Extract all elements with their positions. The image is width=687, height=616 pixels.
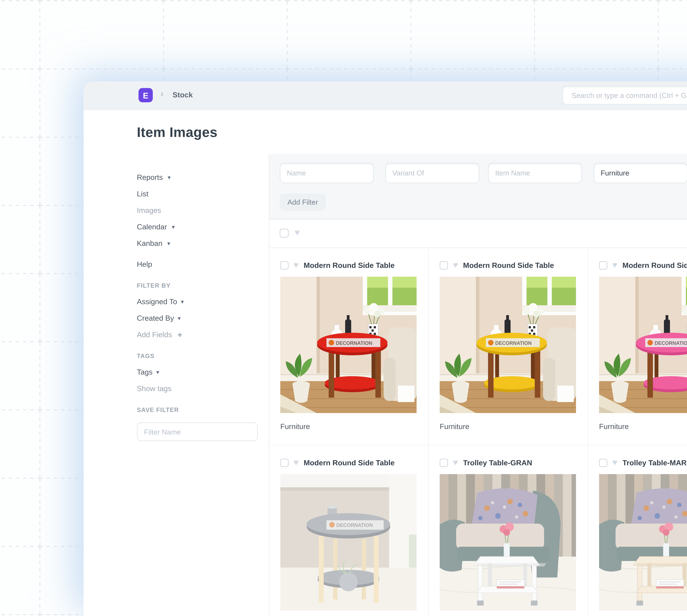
sidebar-add-fields[interactable]: Add Fields +	[137, 330, 269, 339]
select-all-row: ♥	[269, 219, 687, 248]
card-checkbox[interactable]	[280, 261, 289, 269]
image-gallery-grid: ♥ Modern Round Side Table DECORNATION Fu…	[269, 248, 687, 616]
card-header: ♥ Trolley Table-MARBB	[599, 445, 687, 469]
card-image[interactable]	[599, 474, 687, 611]
add-filter-button[interactable]: Add Filter	[280, 194, 326, 211]
card-checkbox[interactable]	[440, 458, 448, 467]
sidebar-item-kanban[interactable]: Kanban ▼	[137, 239, 269, 248]
chevron-down-icon: ▼	[166, 239, 171, 248]
card-title[interactable]: Modern Round Side Table	[304, 458, 417, 467]
filter-by-heading: FILTER BY	[137, 282, 269, 289]
card-title[interactable]: Modern Round Side Table	[463, 261, 576, 269]
sidebar-item-list[interactable]: List	[137, 189, 269, 199]
card-title[interactable]: Trolley Table-GRAN	[463, 458, 576, 467]
navbar: E › Stock A Settings ▼ Help ▼	[84, 81, 687, 110]
add-fields-label: Add Fields	[137, 330, 172, 339]
gallery-card: ♥ Trolley Table-GRAN	[429, 445, 588, 616]
card-title[interactable]: Modern Round Side Table	[622, 261, 687, 269]
breadcrumb-chevron-icon: ›	[160, 89, 164, 100]
gallery-card: ♥ Modern Round Side Table DECORNATION Fu…	[588, 248, 687, 445]
card-category-label: Furniture	[280, 422, 417, 431]
filter-item-group-field[interactable]	[594, 163, 687, 183]
global-search[interactable]	[562, 86, 687, 105]
sidebar-assigned-to[interactable]: Assigned To ▼	[137, 297, 269, 306]
search-input[interactable]	[571, 90, 687, 100]
gallery-card: ♥ Trolley Table-MARBB	[588, 445, 687, 616]
sidebar-created-by[interactable]: Created By ▼	[137, 313, 269, 323]
card-title[interactable]: Trolley Table-MARBB	[622, 458, 687, 467]
sidebar-item-reports[interactable]: Reports ▼	[137, 173, 269, 182]
like-heart-icon[interactable]: ♥	[294, 458, 299, 467]
sidebar-item-help[interactable]: Help	[137, 260, 269, 269]
card-header: ♥ Modern Round Side Table	[280, 445, 417, 469]
assigned-to-label: Assigned To	[137, 297, 177, 306]
card-checkbox[interactable]	[440, 261, 448, 269]
sidebar-item-label: Images	[137, 206, 161, 215]
chevron-down-icon: ▼	[180, 298, 185, 307]
app-window: E › Stock A Settings ▼ Help ▼ Item Im	[84, 81, 687, 616]
like-heart-icon[interactable]: ♥	[453, 458, 458, 467]
card-title[interactable]: Modern Round Side Table	[304, 261, 417, 269]
product-photo: DECORNATION	[440, 277, 576, 413]
product-photo: DECORNATION	[280, 277, 417, 413]
chevron-down-icon: ▼	[171, 223, 176, 232]
sidebar-item-calendar[interactable]: Calendar ▼	[137, 222, 269, 232]
sidebar-item-label: List	[137, 189, 148, 199]
svg-text:DECORNATION: DECORNATION	[495, 340, 532, 346]
card-image[interactable]: DECORNATION	[280, 277, 417, 413]
card-header: ♥ Modern Round Side Table	[280, 248, 417, 272]
sidebar-item-images[interactable]: Images	[137, 206, 269, 215]
filter-name-field[interactable]	[280, 163, 374, 183]
sidebar-tags[interactable]: Tags ▼	[137, 368, 269, 377]
chevron-down-icon: ▼	[167, 173, 171, 183]
save-filter-heading: SAVE FILTER	[137, 406, 269, 413]
svg-text:DECORNATION: DECORNATION	[336, 522, 373, 528]
product-photo	[440, 474, 576, 611]
created-by-label: Created By	[137, 313, 174, 323]
svg-text:DECORNATION: DECORNATION	[655, 340, 687, 346]
app-logo[interactable]: E	[138, 88, 153, 102]
app-body: Reports ▼ List Images Calendar ▼ Kanban …	[84, 154, 687, 616]
liked-filter-heart-icon[interactable]: ♥	[295, 228, 300, 237]
sidebar-item-label: Calendar	[137, 222, 167, 232]
filter-name-input[interactable]	[137, 422, 258, 441]
card-header: ♥ Trolley Table-GRAN	[440, 445, 576, 469]
select-all-checkbox[interactable]	[280, 229, 289, 238]
filter-zone: Has Variants Add Filter Last Modified On…	[269, 154, 687, 219]
filter-variant-of-field[interactable]	[385, 163, 479, 183]
like-heart-icon[interactable]: ♥	[612, 458, 617, 467]
sidebar-show-tags[interactable]: Show tags	[137, 384, 269, 393]
like-heart-icon[interactable]: ♥	[294, 261, 299, 269]
page-title: Item Images	[137, 124, 217, 140]
tags-heading: TAGS	[137, 353, 269, 359]
gallery-card: ♥ Modern Round Side Table DECORNATION Fu…	[269, 248, 429, 445]
app-logo-letter: E	[143, 90, 148, 100]
like-heart-icon[interactable]: ♥	[453, 261, 458, 269]
gallery-card: ♥ Modern Round Side Table DECORNATION Fu…	[429, 248, 588, 445]
sidebar-item-label: Reports	[137, 173, 163, 182]
card-image[interactable]: DECORNATION	[440, 277, 576, 413]
product-photo: DECORNATION	[599, 277, 687, 413]
main-content: Has Variants Add Filter Last Modified On…	[269, 154, 687, 616]
sidebar-item-label: Kanban	[137, 239, 162, 248]
card-category-label: Furniture	[440, 422, 576, 431]
breadcrumb[interactable]: Stock	[173, 91, 193, 99]
product-photo	[599, 474, 687, 611]
card-image[interactable]: DECORNATION	[599, 277, 687, 413]
gallery-card: ♥ Modern Round Side Table DECORNATION	[269, 445, 429, 616]
card-header: ♥ Modern Round Side Table	[599, 248, 687, 272]
sidebar-item-label: Help	[137, 260, 152, 269]
card-checkbox[interactable]	[280, 458, 289, 467]
filter-item-name-field[interactable]	[488, 163, 582, 183]
card-category-label: Furniture	[599, 422, 687, 431]
chevron-down-icon: ▼	[177, 314, 182, 324]
card-checkbox[interactable]	[599, 458, 607, 467]
plus-icon: +	[177, 330, 182, 339]
card-checkbox[interactable]	[599, 261, 607, 269]
product-photo: DECORNATION	[280, 474, 417, 611]
card-image[interactable]	[440, 474, 576, 611]
chevron-down-icon: ▼	[155, 368, 160, 377]
card-image[interactable]: DECORNATION	[280, 474, 417, 611]
like-heart-icon[interactable]: ♥	[612, 261, 617, 269]
card-header: ♥ Modern Round Side Table	[440, 248, 576, 272]
